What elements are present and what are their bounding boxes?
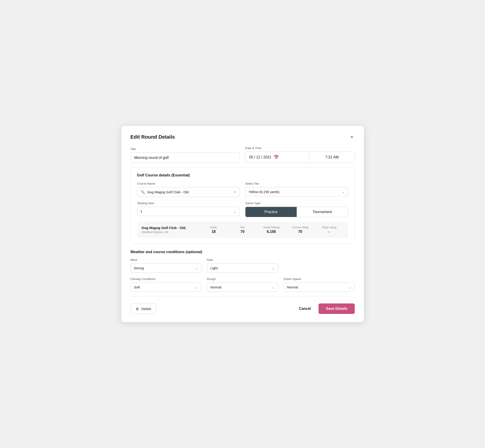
chevron-down-icon: ⌄ <box>272 286 275 289</box>
title-group: Title <box>130 147 240 163</box>
rough-group: Rough Normal ⌄ <box>207 277 278 292</box>
fairway-group: Fairway Conditions Soft ⌄ <box>130 277 202 292</box>
select-tee-value: Yellow (6,156 yards) <box>249 190 340 194</box>
save-button[interactable]: Save Details <box>319 304 355 314</box>
close-button[interactable]: × <box>349 134 355 140</box>
par-label: Par <box>241 226 245 229</box>
course-info-row: Gog Magog Golf Club - Old, Shelford Bott… <box>137 222 348 238</box>
title-datetime-row: Title Date & Time 05 / 12 / 2021 📅 7:31 … <box>130 146 355 163</box>
green-speed-label: Green Speed <box>283 277 355 281</box>
wind-rain-row: Wind Strong ⌄ Rain Light ⌄ <box>130 258 355 273</box>
course-name-col: Gog Magog Golf Club - Old, Shelford Bott… <box>142 226 199 234</box>
footer-right: Cancel Save Details <box>297 304 355 314</box>
holes-stat: Holes 18 <box>199 226 228 234</box>
green-speed-group: Green Speed Normal ⌄ <box>283 277 355 292</box>
search-icon: 🔍 <box>140 190 145 194</box>
cancel-button[interactable]: Cancel <box>297 304 313 314</box>
course-info-location: Shelford Bottom, UK <box>142 230 199 234</box>
slope-rating-value: - <box>328 230 330 234</box>
course-name-group: Course Name 🔍 Gog Magog Golf Club - Old … <box>137 182 240 197</box>
wind-label: Wind <box>130 258 202 262</box>
rough-value: Normal <box>210 285 270 289</box>
chevron-down-icon: ⌄ <box>272 266 275 270</box>
par-value: 70 <box>241 230 244 234</box>
slope-rating-stat: Slope rating - <box>315 226 344 234</box>
date-time-row: 05 / 12 / 2021 📅 7:31 AM <box>245 152 355 163</box>
golf-course-title: Golf Course details (Essential) <box>137 173 348 177</box>
delete-button[interactable]: 🗑 Delete <box>130 304 156 314</box>
rain-label: Rain <box>207 258 278 262</box>
fairway-label: Fairway Conditions <box>130 277 202 281</box>
green-speed-value: Normal <box>287 285 346 289</box>
title-input[interactable] <box>130 152 240 163</box>
title-label: Title <box>130 147 240 151</box>
game-type-label: Game Type <box>245 201 348 205</box>
rough-label: Rough <box>207 277 278 281</box>
fairway-value: Soft <box>134 285 193 289</box>
game-type-group: Game Type Practice Tournament <box>245 201 348 217</box>
trash-icon: 🗑 <box>136 307 139 311</box>
edit-round-modal: Edit Round Details × Title Date & Time 0… <box>121 126 364 322</box>
par-stat: Par 70 <box>228 226 257 234</box>
rain-value: Light <box>210 266 270 270</box>
starting-hole-label: Starting Hole <box>137 201 240 205</box>
modal-header: Edit Round Details × <box>130 134 355 140</box>
course-name-label: Course Name <box>137 182 240 185</box>
datetime-group: Date & Time 05 / 12 / 2021 📅 7:31 AM <box>245 146 355 163</box>
tournament-button[interactable]: Tournament <box>297 207 348 217</box>
course-name-value: Gog Magog Golf Club - Old <box>147 190 231 194</box>
chevron-down-icon: ⌄ <box>348 286 351 289</box>
yards-stat: Yards(Yellow) 6,156 <box>257 226 286 234</box>
course-rating-value: 70 <box>298 230 302 234</box>
chevron-down-icon: ⌄ <box>195 286 198 289</box>
wind-group: Wind Strong ⌄ <box>130 258 202 273</box>
chevron-down-icon: ⌄ <box>234 210 236 213</box>
yards-label: Yards(Yellow) <box>263 226 280 229</box>
holes-value: 18 <box>211 230 216 234</box>
golf-course-section: Golf Course details (Essential) Course N… <box>130 168 355 244</box>
chevron-down-icon: ⌄ <box>195 266 198 270</box>
select-tee-group: Select Tee Yellow (6,156 yards) ⌄ <box>245 182 348 197</box>
time-value: 7:31 AM <box>325 155 339 159</box>
slope-rating-label: Slope rating <box>322 226 336 229</box>
game-type-toggle: Practice Tournament <box>245 207 348 217</box>
practice-button[interactable]: Practice <box>245 207 297 217</box>
course-name-input-wrap[interactable]: 🔍 Gog Magog Golf Club - Old ✕ <box>137 187 240 197</box>
datetime-label: Date & Time <box>245 146 355 150</box>
course-info-name: Gog Magog Golf Club - Old, <box>142 226 199 230</box>
rain-dropdown[interactable]: Light ⌄ <box>207 263 278 273</box>
clear-icon[interactable]: ✕ <box>233 190 236 194</box>
select-tee-dropdown[interactable]: Yellow (6,156 yards) ⌄ <box>245 187 348 196</box>
calendar-icon: 📅 <box>274 155 279 160</box>
yards-value: 6,156 <box>267 230 276 234</box>
time-field[interactable]: 7:31 AM <box>309 152 354 163</box>
select-tee-label: Select Tee <box>245 182 348 185</box>
course-rating-label: Course rating <box>292 226 308 229</box>
chevron-down-icon: ⌄ <box>342 190 345 194</box>
course-rating-stat: Course rating 70 <box>286 226 315 234</box>
rain-group: Rain Light ⌄ <box>207 258 278 273</box>
hole-gametype-row: Starting Hole 1 ⌄ Game Type Practice Tou… <box>137 201 348 217</box>
footer-row: 🗑 Delete Cancel Save Details <box>130 301 355 314</box>
footer-divider <box>130 296 355 297</box>
weather-section: Weather and course conditions (optional)… <box>130 250 355 292</box>
modal-title: Edit Round Details <box>130 134 175 140</box>
green-speed-dropdown[interactable]: Normal ⌄ <box>283 282 355 292</box>
rough-dropdown[interactable]: Normal ⌄ <box>207 282 278 292</box>
course-tee-row: Course Name 🔍 Gog Magog Golf Club - Old … <box>137 182 348 197</box>
starting-hole-value: 1 <box>140 209 232 213</box>
fairway-rough-green-row: Fairway Conditions Soft ⌄ Rough Normal ⌄… <box>130 277 355 292</box>
weather-section-title: Weather and course conditions (optional) <box>130 250 355 254</box>
date-field[interactable]: 05 / 12 / 2021 📅 <box>245 152 309 163</box>
fairway-dropdown[interactable]: Soft ⌄ <box>130 282 202 292</box>
delete-label: Delete <box>141 307 151 311</box>
date-value: 05 / 12 / 2021 <box>249 155 271 159</box>
holes-label: Holes <box>210 226 217 229</box>
wind-value: Strong <box>134 266 193 270</box>
starting-hole-group: Starting Hole 1 ⌄ <box>137 201 240 217</box>
starting-hole-dropdown[interactable]: 1 ⌄ <box>137 207 240 216</box>
wind-dropdown[interactable]: Strong ⌄ <box>130 263 202 273</box>
